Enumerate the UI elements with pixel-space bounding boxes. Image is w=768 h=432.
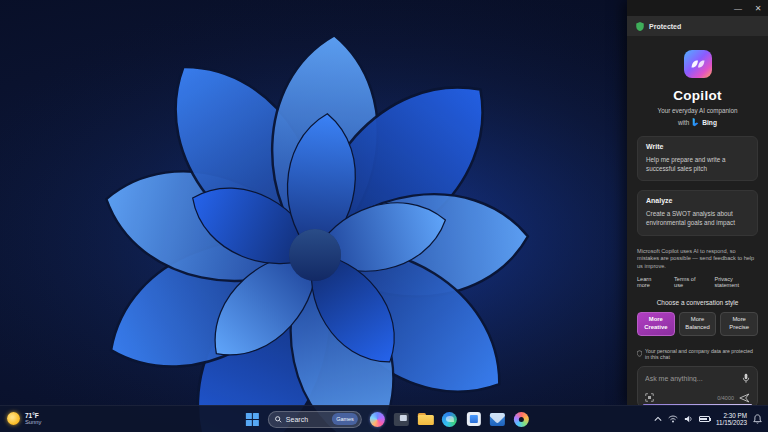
chat-input[interactable] bbox=[645, 375, 738, 382]
taskbar-center: Search Games bbox=[244, 411, 530, 428]
card-title: Write bbox=[646, 143, 749, 150]
copilot-orb-icon bbox=[370, 412, 385, 427]
chat-input-box: 0/4000 bbox=[637, 366, 758, 405]
search-label: Search bbox=[286, 416, 328, 423]
card-title: Analyze bbox=[646, 197, 749, 204]
clock-widget[interactable]: 2:30 PM 11/15/2023 bbox=[716, 412, 747, 426]
copilot-panel: — ✕ Protected bbox=[627, 0, 768, 405]
copilot-title: Copilot bbox=[637, 88, 758, 103]
card-body: Help me prepare and write a successful s… bbox=[646, 155, 749, 173]
notification-bell-icon[interactable] bbox=[753, 414, 762, 424]
bing-label: Bing bbox=[702, 119, 717, 126]
conversation-style-group: More Creative More Balanced More Precise bbox=[637, 312, 758, 336]
microphone-icon[interactable] bbox=[742, 373, 750, 384]
char-counter: 0/4000 bbox=[717, 395, 734, 401]
tray-time: 2:30 PM bbox=[724, 412, 747, 419]
windows-logo-icon bbox=[246, 413, 259, 426]
battery-icon[interactable] bbox=[699, 416, 710, 422]
style-more-precise-button[interactable]: More Precise bbox=[720, 312, 758, 336]
search-badge-label: Games bbox=[336, 416, 354, 422]
search-highlight-badge[interactable]: Games bbox=[332, 413, 358, 425]
style-more-creative-button[interactable]: More Creative bbox=[637, 312, 675, 336]
taskbar: 71°F Sunny Search Games bbox=[0, 405, 768, 432]
taskbar-chat-button[interactable] bbox=[393, 411, 410, 428]
privacy-statement-link[interactable]: Privacy statement bbox=[714, 276, 758, 288]
learn-more-link[interactable]: Learn more bbox=[637, 276, 665, 288]
copilot-logo-icon bbox=[683, 49, 713, 79]
with-label: with bbox=[678, 119, 689, 126]
volume-icon[interactable] bbox=[684, 415, 693, 423]
desktop: — ✕ Protected bbox=[0, 0, 768, 432]
edge-icon bbox=[442, 412, 457, 427]
taskbar-store-button[interactable] bbox=[465, 411, 482, 428]
taskbar-photos-button[interactable] bbox=[513, 411, 530, 428]
tray-date: 11/15/2023 bbox=[716, 419, 747, 426]
search-icon bbox=[275, 416, 282, 423]
card-body: Create a SWOT analysis about environment… bbox=[646, 209, 749, 227]
chevron-up-icon[interactable] bbox=[654, 416, 662, 422]
taskbar-edge-button[interactable] bbox=[441, 411, 458, 428]
minimize-button[interactable]: — bbox=[728, 0, 748, 16]
weather-temp: 71°F bbox=[25, 412, 41, 419]
ai-disclaimer: Microsoft Copilot uses AI to respond, so… bbox=[637, 248, 758, 271]
conversation-style-heading: Choose a conversation style bbox=[637, 299, 758, 306]
store-icon bbox=[466, 412, 480, 426]
taskbar-file-explorer-button[interactable] bbox=[417, 411, 434, 428]
protected-label: Protected bbox=[649, 23, 681, 30]
with-bing-row: with Bing bbox=[637, 118, 758, 127]
close-button[interactable]: ✕ bbox=[748, 0, 768, 16]
taskbar-mail-button[interactable] bbox=[489, 411, 506, 428]
copilot-tagline: Your everyday AI companion bbox=[637, 107, 758, 114]
screenshot-icon[interactable] bbox=[645, 393, 654, 402]
shield-protected-icon bbox=[636, 22, 644, 31]
sun-icon bbox=[7, 412, 20, 425]
suggestion-card-analyze[interactable]: Analyze Create a SWOT analysis about env… bbox=[637, 190, 758, 235]
mail-icon bbox=[490, 413, 505, 426]
panel-titlebar: — ✕ bbox=[627, 0, 768, 16]
shield-outline-icon bbox=[637, 350, 642, 357]
suggestion-card-write[interactable]: Write Help me prepare and write a succes… bbox=[637, 136, 758, 181]
legal-links: Learn more Terms of use Privacy statemen… bbox=[637, 276, 758, 288]
weather-widget[interactable]: 71°F Sunny bbox=[7, 412, 41, 426]
system-tray: 2:30 PM 11/15/2023 bbox=[654, 412, 762, 426]
protected-banner[interactable]: Protected bbox=[627, 16, 768, 36]
data-protection-text: Your personal and company data are prote… bbox=[645, 348, 758, 360]
folder-icon bbox=[417, 413, 433, 425]
taskbar-copilot-button[interactable] bbox=[369, 411, 386, 428]
data-protection-note: Your personal and company data are prote… bbox=[637, 348, 758, 360]
start-button[interactable] bbox=[244, 411, 261, 428]
style-more-balanced-button[interactable]: More Balanced bbox=[679, 312, 717, 336]
search-box[interactable]: Search Games bbox=[268, 411, 362, 428]
weather-condition: Sunny bbox=[25, 419, 41, 425]
send-icon[interactable] bbox=[739, 393, 750, 403]
terms-of-use-link[interactable]: Terms of use bbox=[674, 276, 705, 288]
wifi-icon[interactable] bbox=[668, 415, 678, 423]
panel-body: Copilot Your everyday AI companion with … bbox=[627, 36, 768, 405]
photos-icon bbox=[514, 412, 529, 427]
bing-logo-icon bbox=[692, 118, 699, 127]
chat-icon bbox=[394, 413, 409, 426]
